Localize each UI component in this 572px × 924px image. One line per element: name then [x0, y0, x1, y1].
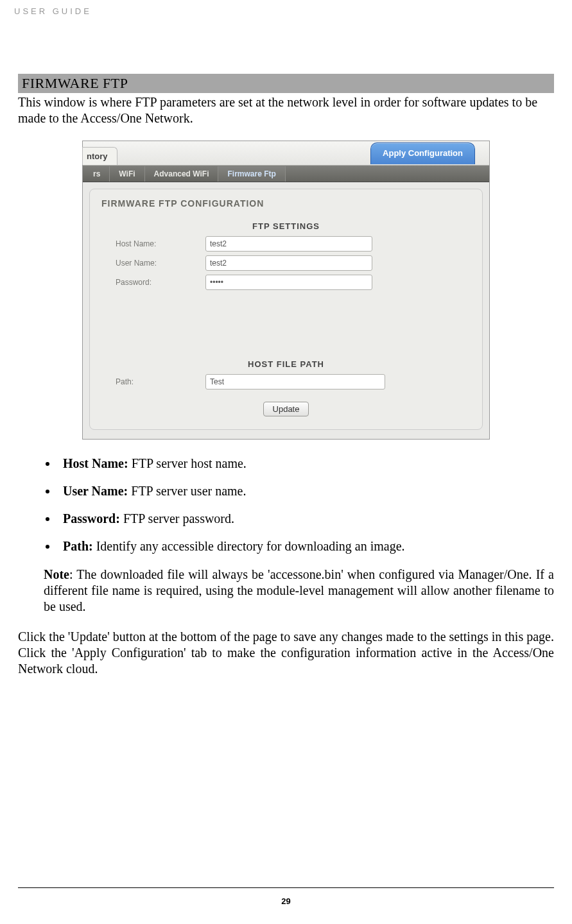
- bullet-path: Path: Identify any accessible directory …: [58, 539, 554, 554]
- row-hostname: Host Name:: [90, 236, 482, 252]
- input-password[interactable]: [205, 275, 372, 290]
- input-path[interactable]: [205, 374, 385, 389]
- input-username[interactable]: [205, 255, 372, 271]
- bullet-list: Host Name: FTP server host name. User Na…: [58, 456, 554, 554]
- config-panel: FIRMWARE FTP CONFIGURATION FTP SETTINGS …: [89, 189, 483, 430]
- bullet-path-desc: Identify any accessible directory for do…: [93, 539, 405, 553]
- bullet-path-term: Path:: [63, 539, 93, 553]
- label-username: User Name:: [116, 259, 205, 268]
- tab-apply-configuration[interactable]: Apply Configuration: [370, 142, 475, 164]
- bullet-username-desc: FTP server user name.: [128, 484, 246, 498]
- bullet-hostname-desc: FTP server host name.: [128, 456, 247, 470]
- section-title: FIRMWARE FTP: [18, 74, 554, 93]
- footer-rule: [18, 887, 554, 888]
- row-path: Path:: [90, 374, 482, 389]
- note-label: Note: [44, 567, 69, 581]
- subtab-wifi[interactable]: WiFi: [110, 166, 144, 182]
- subtab-rs[interactable]: rs: [84, 166, 110, 182]
- subtab-advanced-wifi[interactable]: Advanced WiFi: [145, 166, 219, 182]
- note-text: : The downloaded file will always be 'ac…: [44, 567, 554, 613]
- tab-inventory[interactable]: ntory: [82, 147, 117, 165]
- host-file-path-heading: HOST FILE PATH: [90, 359, 482, 369]
- row-username: User Name:: [90, 255, 482, 271]
- label-password: Password:: [116, 278, 205, 287]
- ftp-settings-heading: FTP SETTINGS: [90, 221, 482, 231]
- tab-bar: ntory Apply Configuration: [83, 141, 489, 166]
- screenshot-illustration: ntory Apply Configuration rs WiFi Advanc…: [82, 141, 490, 440]
- intro-text: This window is where FTP parameters are …: [18, 94, 554, 126]
- bullet-password-term: Password:: [63, 511, 120, 526]
- closing-paragraph: Click the 'Update' button at the bottom …: [18, 629, 554, 677]
- subtab-firmware-ftp[interactable]: Firmware Ftp: [218, 166, 285, 182]
- bullet-username-term: User Name:: [63, 484, 128, 498]
- page-number: 29: [0, 896, 572, 906]
- bullet-password: Password: FTP server password.: [58, 511, 554, 526]
- label-hostname: Host Name:: [116, 239, 205, 248]
- update-button[interactable]: Update: [263, 402, 309, 416]
- bullet-hostname: Host Name: FTP server host name.: [58, 456, 554, 471]
- bullet-password-desc: FTP server password.: [120, 511, 234, 526]
- bullet-username: User Name: FTP server user name.: [58, 484, 554, 499]
- row-password: Password:: [90, 275, 482, 290]
- sub-tab-bar: rs WiFi Advanced WiFi Firmware Ftp: [83, 166, 489, 182]
- bullet-hostname-term: Host Name:: [63, 456, 128, 470]
- note-paragraph: Note: The downloaded file will always be…: [44, 567, 554, 615]
- panel-title: FIRMWARE FTP CONFIGURATION: [90, 189, 482, 215]
- input-hostname[interactable]: [205, 236, 372, 252]
- label-path: Path:: [116, 377, 205, 386]
- header-label: USER GUIDE: [14, 6, 554, 16]
